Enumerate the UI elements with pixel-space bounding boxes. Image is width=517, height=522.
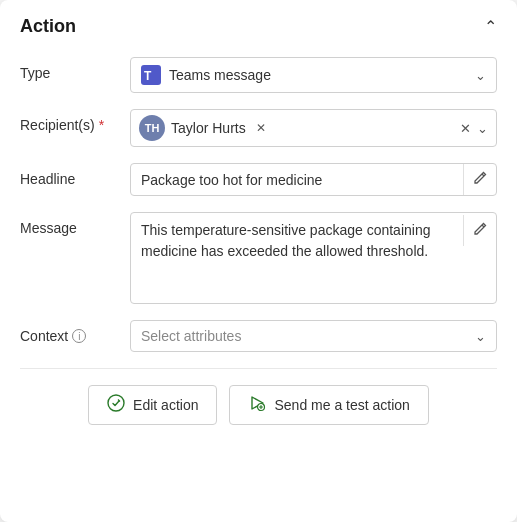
test-action-icon <box>248 394 266 416</box>
action-card: Action ⌃ Type T Teams message ⌄ Recipien… <box>0 0 517 522</box>
required-star: * <box>99 117 104 133</box>
context-row: Context i Select attributes ⌄ <box>20 320 497 352</box>
context-select[interactable]: Select attributes ⌄ <box>130 320 497 352</box>
recipient-tag: TH Taylor Hurts ✕ <box>139 115 266 141</box>
svg-point-2 <box>108 395 124 411</box>
message-textarea-wrap <box>130 212 497 304</box>
message-control <box>130 212 497 304</box>
headline-input-wrap <box>130 163 497 196</box>
test-action-label: Send me a test action <box>274 397 409 413</box>
headline-edit-icon[interactable] <box>463 164 496 195</box>
svg-text:T: T <box>144 69 152 83</box>
card-header: Action ⌃ <box>20 16 497 37</box>
recipients-control: TH Taylor Hurts ✕ ✕ ⌄ <box>130 109 497 147</box>
recipients-chevron-icon[interactable]: ⌄ <box>477 121 488 136</box>
type-row: Type T Teams message ⌄ <box>20 57 497 93</box>
context-placeholder: Select attributes <box>141 328 241 344</box>
context-label: Context i <box>20 320 130 344</box>
recipient-avatar: TH <box>139 115 165 141</box>
teams-icon: T <box>141 65 161 85</box>
test-action-button[interactable]: Send me a test action <box>229 385 428 425</box>
headline-row: Headline <box>20 163 497 196</box>
context-chevron-icon: ⌄ <box>475 329 486 344</box>
recipient-controls: ✕ ⌄ <box>460 121 488 136</box>
card-title: Action <box>20 16 76 37</box>
headline-label: Headline <box>20 163 130 187</box>
recipients-row: Recipient(s) * TH Taylor Hurts ✕ ✕ ⌄ <box>20 109 497 147</box>
edit-action-icon <box>107 394 125 416</box>
type-select[interactable]: T Teams message ⌄ <box>130 57 497 93</box>
message-textarea[interactable] <box>131 213 463 303</box>
message-edit-icon[interactable] <box>463 215 496 246</box>
recipient-remove-icon[interactable]: ✕ <box>256 121 266 135</box>
recipients-clear-icon[interactable]: ✕ <box>460 121 471 136</box>
type-control: T Teams message ⌄ <box>130 57 497 93</box>
type-label: Type <box>20 57 130 81</box>
recipients-label: Recipient(s) * <box>20 109 130 133</box>
message-row: Message <box>20 212 497 304</box>
context-control: Select attributes ⌄ <box>130 320 497 352</box>
recipient-name: Taylor Hurts <box>171 120 246 136</box>
headline-input[interactable] <box>131 165 463 195</box>
edit-action-button[interactable]: Edit action <box>88 385 217 425</box>
divider <box>20 368 497 369</box>
edit-action-label: Edit action <box>133 397 198 413</box>
type-select-left: T Teams message <box>141 65 271 85</box>
headline-control <box>130 163 497 196</box>
message-label: Message <box>20 212 130 236</box>
action-buttons: Edit action Send me a test action <box>20 385 497 425</box>
context-info-icon[interactable]: i <box>72 329 86 343</box>
collapse-icon[interactable]: ⌃ <box>484 17 497 36</box>
recipients-box[interactable]: TH Taylor Hurts ✕ ✕ ⌄ <box>130 109 497 147</box>
type-chevron-icon: ⌄ <box>475 68 486 83</box>
